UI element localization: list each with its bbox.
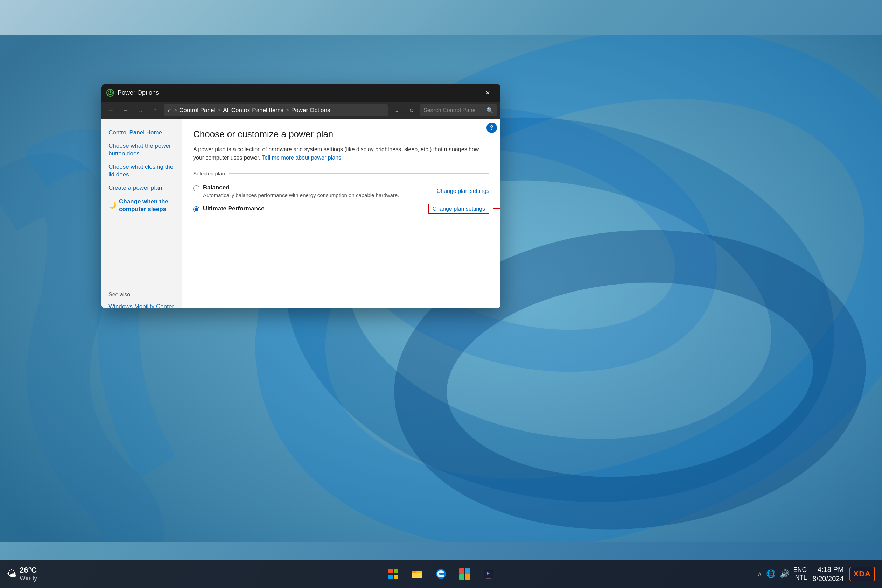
window-title: Power Options	[118, 89, 159, 97]
sidebar-item-label: Control Panel Home	[108, 129, 162, 136]
balanced-plan-desc: Automatically balances performance with …	[203, 192, 399, 198]
weather-desc: Windy	[20, 575, 37, 582]
minimize-button[interactable]: —	[446, 87, 462, 99]
svg-rect-8	[394, 569, 398, 573]
section-header: Selected plan	[193, 171, 489, 176]
change-plan-settings-ultimate[interactable]: Change plan settings	[428, 204, 489, 214]
sidebar-item-mobility-center[interactable]: Windows Mobility Center	[102, 300, 182, 308]
search-box: 🔍	[420, 104, 497, 116]
address-bar: ← → ⌄ ↑ ⌂ > Control Panel > All Control …	[102, 102, 501, 119]
sidebar-item-create-plan[interactable]: Create a power plan	[102, 181, 182, 195]
page-title: Choose or customize a power plan	[193, 129, 489, 140]
network-icon[interactable]: 🌐	[766, 570, 776, 579]
path-all-items[interactable]: All Control Panel Items	[223, 107, 284, 114]
sidebar-item-closing-lid[interactable]: Choose what closing the lid does	[102, 160, 182, 181]
dropdown-path-button[interactable]: ⌄	[391, 104, 402, 116]
path-home-icon: ⌂	[168, 107, 171, 114]
edge-browser-button[interactable]	[432, 565, 450, 583]
svg-rect-12	[412, 573, 423, 578]
arrow-line	[493, 208, 501, 209]
svg-rect-17	[465, 574, 470, 580]
window-content: Control Panel Home Choose what the power…	[102, 119, 501, 308]
svg-rect-14	[459, 568, 465, 574]
svg-rect-15	[465, 568, 470, 574]
clock-time: 4:18 PM	[818, 565, 843, 574]
weather-temp: 26°C	[20, 566, 37, 575]
see-also-label: See also	[102, 286, 182, 300]
address-path[interactable]: ⌂ > Control Panel > All Control Panel It…	[164, 104, 388, 116]
svg-rect-7	[388, 569, 393, 573]
sidebar-item-computer-sleeps[interactable]: 🌙 Change when the computer sleeps	[102, 195, 182, 216]
sidebar-item-label: Create a power plan	[108, 184, 162, 192]
sidebar-item-control-panel-home[interactable]: Control Panel Home	[102, 126, 182, 139]
language-indicator[interactable]: ENG INTL	[794, 566, 807, 581]
ultimate-radio[interactable]	[193, 206, 200, 213]
svg-rect-10	[394, 575, 398, 579]
store-button[interactable]	[456, 565, 474, 583]
power-options-icon	[106, 89, 114, 97]
search-icon: 🔍	[486, 107, 494, 114]
weather-widget[interactable]: 🌤 26°C Windy	[7, 566, 37, 582]
change-plan-settings-balanced[interactable]: Change plan settings	[437, 188, 489, 194]
up-button[interactable]: ↑	[149, 104, 161, 116]
balanced-plan-name: Balanced	[203, 184, 399, 191]
title-bar: Power Options — □ ✕	[102, 84, 501, 102]
xda-logo: XDA	[849, 567, 875, 581]
clock-date: 8/20/2024	[813, 574, 844, 583]
arrow-annotation	[493, 206, 501, 212]
sidebar-item-power-button[interactable]: Choose what the power button does	[102, 139, 182, 160]
taskbar-left: 🌤 26°C Windy	[0, 566, 37, 582]
page-description: A power plan is a collection of hardware…	[193, 145, 489, 162]
balanced-radio[interactable]	[193, 185, 200, 192]
maximize-button[interactable]: □	[463, 87, 479, 99]
weather-icon: 🌤	[7, 568, 17, 580]
title-bar-controls: — □ ✕	[446, 87, 496, 99]
tray-chevron[interactable]: ∧	[758, 570, 762, 578]
lang-primary: ENG	[794, 566, 807, 574]
volume-icon[interactable]: 🔊	[780, 570, 789, 579]
system-tray: ∧ 🌐 🔊 ENG INTL	[758, 566, 807, 581]
sidebar-item-label: Change when the computer sleeps	[119, 198, 175, 213]
close-button[interactable]: ✕	[480, 87, 496, 99]
file-explorer-button[interactable]	[408, 565, 426, 583]
sidebar-item-label: Windows Mobility Center	[108, 303, 174, 308]
clock[interactable]: 4:18 PM 8/20/2024	[813, 565, 844, 583]
back-button[interactable]: ←	[105, 104, 117, 116]
plan-row-ultimate: Ultimate Performance Change plan setting…	[193, 202, 489, 216]
learn-more-link[interactable]: Tell me more about power plans	[262, 155, 341, 160]
path-current: Power Options	[291, 107, 330, 114]
svg-rect-16	[459, 574, 465, 580]
taskbar: 🌤 26°C Windy	[0, 560, 882, 588]
dropdown-button[interactable]: ⌄	[134, 104, 146, 116]
svg-rect-9	[388, 575, 393, 579]
main-area: ? Choose or customize a power plan A pow…	[182, 119, 501, 308]
moon-icon: 🌙	[108, 201, 116, 209]
taskbar-app5[interactable]	[480, 565, 498, 583]
plan-row-balanced: Balanced Automatically balances performa…	[193, 181, 489, 202]
lang-secondary: INTL	[794, 574, 807, 582]
sidebar-item-label: Choose what the power button does	[108, 142, 175, 158]
svg-rect-20	[486, 578, 491, 579]
start-button[interactable]	[384, 565, 402, 583]
refresh-button[interactable]: ↻	[405, 104, 417, 116]
sidebar: Control Panel Home Choose what the power…	[102, 119, 182, 308]
path-control-panel[interactable]: Control Panel	[179, 107, 215, 114]
search-input[interactable]	[423, 107, 484, 113]
forward-button[interactable]: →	[120, 104, 132, 116]
ultimate-plan-name: Ultimate Performance	[203, 205, 265, 212]
power-options-window: Power Options — □ ✕ ← → ⌄ ↑ ⌂ > Control …	[102, 84, 501, 308]
taskbar-center	[384, 565, 498, 583]
taskbar-right: ∧ 🌐 🔊 ENG INTL 4:18 PM 8/20/2024 XDA	[758, 565, 882, 583]
title-bar-left: Power Options	[106, 89, 159, 97]
sidebar-item-label: Choose what closing the lid does	[108, 163, 175, 178]
help-button[interactable]: ?	[486, 123, 497, 133]
